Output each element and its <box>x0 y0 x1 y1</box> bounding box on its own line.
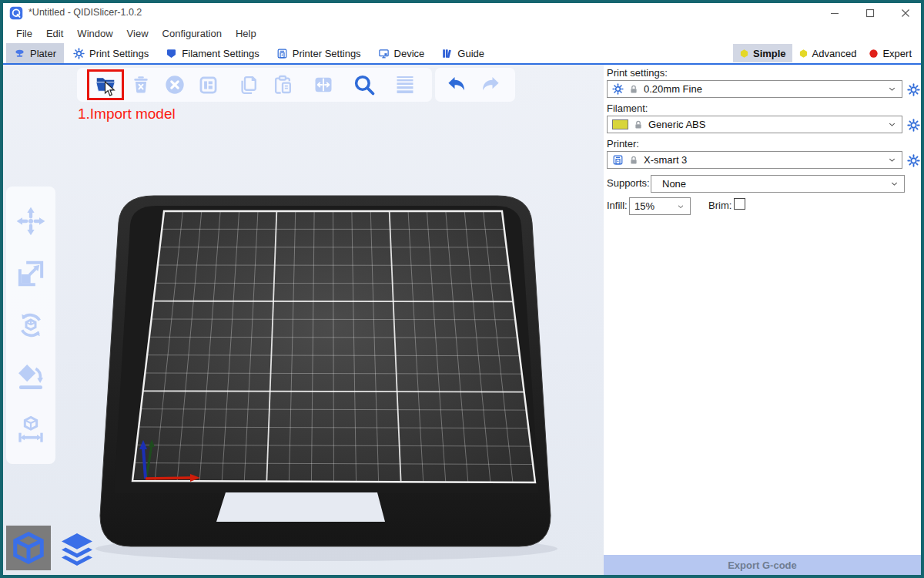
export-gcode-button[interactable]: Export G-code <box>604 555 921 575</box>
lock-icon <box>628 84 639 95</box>
move-button[interactable] <box>14 204 48 238</box>
gear-icon <box>73 48 85 59</box>
maximize-button[interactable] <box>858 3 882 23</box>
mode-label: Expert <box>882 48 912 59</box>
gear-icon <box>907 83 920 96</box>
redo-icon <box>479 73 502 96</box>
mode-label: Simple <box>753 48 786 59</box>
tab-label: Print Settings <box>89 48 149 59</box>
minimize-icon <box>830 8 839 18</box>
copy-button[interactable] <box>235 71 263 99</box>
supports-value: None <box>656 178 686 190</box>
rotate-icon <box>15 310 46 341</box>
menu-edit[interactable]: Edit <box>39 28 70 39</box>
variable-layer-height-button[interactable] <box>391 71 419 99</box>
measure-icon <box>15 414 46 445</box>
search-button[interactable] <box>350 71 378 99</box>
filament-icon <box>166 48 177 59</box>
close-button[interactable] <box>893 3 918 23</box>
paste-button[interactable] <box>269 71 296 99</box>
tab-guide[interactable]: Guide <box>434 43 492 63</box>
scale-button[interactable] <box>14 257 48 291</box>
tab-printer-settings[interactable]: Printer Settings <box>269 43 369 63</box>
undo-redo-toolbar <box>435 68 515 102</box>
tab-device[interactable]: Device <box>370 43 433 63</box>
window-title: *Untitled - QIDISlicer-1.0.2 <box>28 7 142 18</box>
hexagon-icon <box>798 49 808 59</box>
print-bed[interactable] <box>3 65 604 575</box>
minimize-button[interactable] <box>822 3 847 23</box>
viewport-3d[interactable]: 1.Import model <box>3 65 604 575</box>
undo-button[interactable] <box>443 71 470 99</box>
measure-button[interactable] <box>14 412 48 446</box>
supports-combo[interactable]: None <box>651 175 905 193</box>
filament-label: Filament: <box>607 102 648 114</box>
place-on-face-icon <box>15 361 46 392</box>
settings-panel: Print settings: 0.20mm Fine <box>604 65 921 575</box>
print-settings-label: Print settings: <box>607 67 668 79</box>
mode-simple[interactable]: Simple <box>733 44 792 62</box>
print-settings-value: 0.20mm Fine <box>644 83 702 95</box>
paste-icon <box>272 74 293 96</box>
redo-button[interactable] <box>477 71 504 99</box>
delete-all-button[interactable] <box>161 71 189 99</box>
delete-all-icon <box>164 74 186 96</box>
infill-label: Infill: <box>607 200 628 211</box>
scale-icon <box>15 258 46 289</box>
copy-icon <box>238 74 259 96</box>
rotate-button[interactable] <box>14 308 48 342</box>
infill-combo[interactable]: 15% <box>629 197 691 215</box>
arrange-button[interactable] <box>194 71 222 99</box>
search-icon <box>353 73 376 96</box>
tab-bar: Plater Print Settings Filament Settings <box>3 43 921 65</box>
tab-label: Guide <box>457 48 484 59</box>
circle-icon <box>869 49 879 59</box>
delete-icon <box>131 75 151 95</box>
mode-advanced[interactable]: Advanced <box>792 44 863 62</box>
maximize-icon <box>865 8 875 18</box>
cursor-icon <box>104 81 117 98</box>
move-icon <box>15 206 46 237</box>
menu-window[interactable]: Window <box>70 28 119 39</box>
gear-icon <box>907 119 920 132</box>
chevron-down-icon <box>887 155 897 165</box>
menu-file[interactable]: File <box>9 28 39 39</box>
tab-label: Filament Settings <box>182 48 259 59</box>
brim-checkbox[interactable] <box>734 198 745 210</box>
split-objects-button[interactable] <box>310 71 337 99</box>
close-icon <box>901 8 910 18</box>
gear-icon <box>907 154 920 167</box>
layers-stack-icon <box>59 530 95 567</box>
mode-label: Advanced <box>812 48 857 59</box>
filament-combo[interactable]: Generic ABS <box>607 116 902 133</box>
title-bar: *Untitled - QIDISlicer-1.0.2 <box>3 3 921 23</box>
infill-value: 15% <box>634 200 654 212</box>
menu-bar: File Edit Window View Configuration Help <box>3 23 921 43</box>
editor-view-button[interactable] <box>6 526 51 570</box>
printer-combo[interactable]: X-smart 3 <box>607 151 902 169</box>
print-settings-gear-button[interactable] <box>906 82 920 96</box>
menu-view[interactable]: View <box>120 28 156 39</box>
tab-plater[interactable]: Plater <box>6 43 64 63</box>
app-window: *Untitled - QIDISlicer-1.0.2 File Edit W… <box>0 0 924 578</box>
print-settings-combo[interactable]: 0.20mm Fine <box>607 80 902 98</box>
lock-icon <box>633 119 644 130</box>
plater-icon <box>14 48 25 59</box>
filament-gear-button[interactable] <box>906 118 920 132</box>
place-on-face-button[interactable] <box>14 360 48 394</box>
printer-value: X-smart 3 <box>644 154 687 166</box>
chevron-down-icon <box>887 119 897 129</box>
printer-gear-button[interactable] <box>906 153 920 167</box>
menu-help[interactable]: Help <box>229 28 263 39</box>
preview-button[interactable] <box>55 527 99 570</box>
menu-configuration[interactable]: Configuration <box>156 28 229 39</box>
annotation-import-model: 1.Import model <box>78 106 176 123</box>
lock-icon <box>628 155 639 166</box>
tab-filament-settings[interactable]: Filament Settings <box>158 43 266 63</box>
tab-print-settings[interactable]: Print Settings <box>65 43 156 63</box>
delete-button[interactable] <box>127 71 155 99</box>
mode-expert[interactable]: Expert <box>862 44 918 62</box>
hexagon-icon <box>739 49 749 59</box>
tab-label: Printer Settings <box>293 48 361 59</box>
printer-icon <box>612 154 624 166</box>
